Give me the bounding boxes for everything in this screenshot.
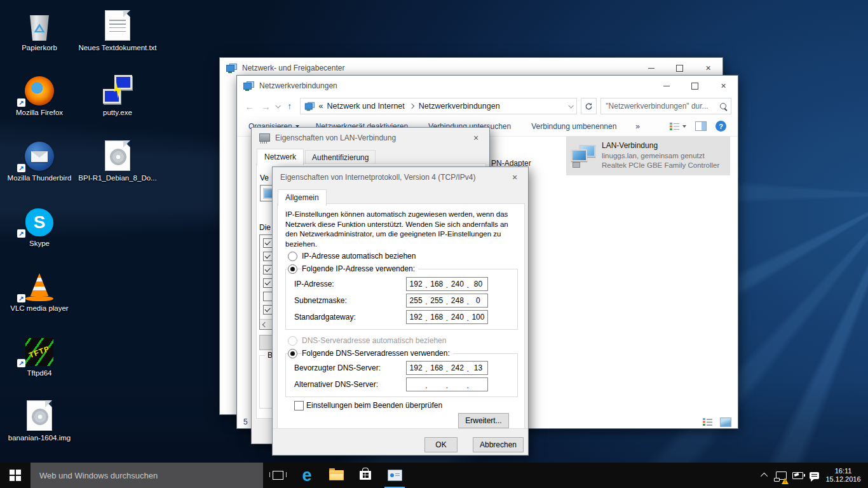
- scroll-left-icon: [262, 322, 268, 327]
- alternate-dns-input[interactable]: ...: [406, 377, 488, 391]
- network-connections-titlebar[interactable]: Netzwerkverbindungen ×: [237, 76, 738, 96]
- forward-icon[interactable]: →: [260, 101, 273, 112]
- close-button[interactable]: ×: [709, 76, 738, 96]
- radio-dns-manual[interactable]: [288, 349, 297, 358]
- shortcut-arrow-icon: ↗: [17, 359, 25, 367]
- address-bar[interactable]: « Netzwerk und Internet Netzwerkverbindu…: [300, 98, 577, 114]
- minimize-button[interactable]: [652, 76, 681, 96]
- desktop-icon-text-file[interactable]: Neues Textdokument.txt: [76, 6, 159, 52]
- task-view-button[interactable]: [263, 463, 292, 488]
- refresh-button[interactable]: [581, 98, 597, 114]
- desktop-icon-firefox[interactable]: ↗ Mozilla Firefox: [0, 71, 81, 117]
- dialog-ipv4-properties: Eigenschaften von Internetprotokoll, Ver…: [272, 166, 529, 456]
- protocol-checkbox[interactable]: [263, 252, 273, 261]
- desktop-icon-putty[interactable]: putty.exe: [76, 71, 159, 117]
- connection-adapter: Realtek PCIe GBE Family Controller: [602, 161, 719, 170]
- preview-pane-icon[interactable]: [695, 121, 707, 131]
- radio-ip-auto-label[interactable]: IP-Adresse automatisch beziehen: [302, 252, 416, 261]
- breadcrumb-prefix[interactable]: «: [319, 102, 323, 111]
- close-icon[interactable]: ×: [463, 128, 489, 147]
- putty-icon: [102, 75, 133, 105]
- ok-button[interactable]: OK: [424, 437, 458, 452]
- skype-icon: S: [25, 208, 53, 236]
- protocol-checkbox[interactable]: [263, 278, 273, 288]
- up-icon[interactable]: ↑: [283, 101, 296, 111]
- desktop-icon-bpi-image[interactable]: BPI-R1_Debian_8_Do...: [76, 137, 159, 182]
- address-location-icon: [304, 102, 314, 111]
- desktop-icon-tftpd64[interactable]: TFTP↗ Tftpd64: [0, 332, 81, 377]
- recycle-bin-icon: [29, 15, 50, 41]
- protocol-checkbox[interactable]: [263, 292, 273, 301]
- tray-network-button[interactable]: !: [773, 463, 789, 488]
- taskbar-explorer-button[interactable]: [322, 463, 351, 488]
- gateway-label: Standardgateway:: [294, 313, 356, 322]
- shortcut-arrow-icon: ↗: [17, 164, 25, 172]
- breadcrumb-separator-icon: [409, 104, 414, 109]
- command-rename[interactable]: Verbindung umbenennen: [531, 122, 616, 131]
- help-icon[interactable]: ?: [715, 121, 726, 132]
- lan-properties-titlebar[interactable]: Eigenschaften von LAN-Verbindung ×: [252, 128, 489, 147]
- history-chevron-icon[interactable]: [276, 103, 281, 108]
- maximize-button[interactable]: [681, 76, 709, 96]
- clock-time: 16:11: [822, 467, 864, 475]
- breadcrumb-item[interactable]: Netzwerkverbindungen: [419, 102, 500, 111]
- gateway-input[interactable]: 192.168.240.100: [406, 310, 488, 324]
- ip-address-input[interactable]: 192.168.240.80: [406, 277, 488, 291]
- lan-connection-item[interactable]: LAN-Verbindung linuggs.lan, gemeinsam ge…: [566, 136, 730, 175]
- validate-settings-label[interactable]: Einstellungen beim Beenden überprüfen: [306, 401, 442, 410]
- desktop-icon-recycle-bin[interactable]: Papierkorb: [0, 6, 81, 52]
- desktop-icon-thunderbird[interactable]: ↗ Mozilla Thunderbird: [0, 137, 81, 182]
- address-dropdown-icon[interactable]: [568, 103, 573, 108]
- desktop-icon-bananian-image[interactable]: bananian-1604.img: [0, 396, 81, 442]
- taskbar-search-box[interactable]: Web und Windows durchsuchen: [31, 463, 263, 488]
- protocol-checkbox[interactable]: [263, 265, 273, 274]
- taskbar-search-placeholder: Web und Windows durchsuchen: [39, 471, 158, 480]
- thunderbird-icon: [25, 142, 54, 171]
- thumbnail-view-toggle-icon[interactable]: [720, 417, 731, 427]
- radio-dns-auto-label: DNS-Serveradresse automatisch beziehen: [302, 336, 446, 345]
- taskbar-store-button[interactable]: [351, 463, 380, 488]
- subnet-mask-input[interactable]: 255.255.248.0: [406, 294, 488, 308]
- cancel-button[interactable]: Abbrechen: [473, 437, 524, 452]
- task-view-icon: [273, 471, 283, 480]
- taskbar-clock[interactable]: 16:11 15.12.2016: [822, 467, 864, 484]
- edge-icon: e: [302, 467, 311, 484]
- breadcrumb-item[interactable]: Netzwerk und Internet: [327, 102, 404, 111]
- tab-authentifizierung[interactable]: Authentifizierung: [305, 150, 376, 165]
- clock-date: 15.12.2016: [822, 475, 864, 484]
- action-center-icon: [810, 472, 819, 479]
- start-button[interactable]: [0, 463, 31, 488]
- preferred-dns-input[interactable]: 192.168.242.13: [406, 361, 488, 375]
- tray-action-center-button[interactable]: [806, 463, 822, 488]
- radio-ip-manual-label[interactable]: Folgende IP-Adresse verwenden:: [302, 264, 418, 273]
- tray-show-hidden-icons-button[interactable]: [757, 473, 773, 478]
- subnet-mask-label: Subnetzmaske:: [294, 296, 347, 305]
- validate-settings-checkbox[interactable]: [294, 401, 304, 410]
- back-icon[interactable]: ←: [243, 101, 256, 112]
- protocol-checkbox[interactable]: [263, 238, 273, 248]
- desktop-icon-skype[interactable]: S↗ Skype: [0, 202, 81, 248]
- dialog-title: Eigenschaften von LAN-Verbindung: [275, 133, 396, 142]
- tray-power-button[interactable]: [789, 463, 806, 488]
- protocol-checkbox[interactable]: [263, 305, 273, 315]
- taskbar-active-app-button[interactable]: [380, 463, 409, 488]
- tab-netzwerk[interactable]: Netzwerk: [257, 149, 304, 165]
- radio-ip-manual[interactable]: [288, 264, 297, 274]
- tab-allgemein[interactable]: Allgemein: [278, 189, 327, 206]
- details-view-toggle-icon[interactable]: [703, 418, 712, 426]
- search-icon[interactable]: [720, 103, 726, 109]
- control-panel-window-icon: [388, 470, 402, 481]
- change-view-button[interactable]: [670, 123, 686, 130]
- connect-using-label-partial: Ve: [260, 173, 269, 182]
- taskbar-edge-button[interactable]: e: [292, 463, 322, 488]
- command-overflow[interactable]: »: [635, 122, 640, 131]
- radio-dns-manual-label[interactable]: Folgende DNS-Serveradressen verwenden:: [302, 349, 453, 358]
- close-icon[interactable]: ×: [501, 167, 528, 187]
- desktop-icon-vlc[interactable]: ↗ VLC media player: [0, 267, 81, 313]
- item-count: 5: [243, 417, 248, 426]
- explorer-search-box[interactable]: "Netzwerkverbindungen" dur...: [600, 98, 731, 114]
- ipv4-titlebar[interactable]: Eigenschaften von Internetprotokoll, Ver…: [273, 167, 528, 187]
- radio-ip-auto[interactable]: [288, 252, 297, 261]
- vlc-icon: [24, 272, 55, 301]
- advanced-button[interactable]: Erweitert...: [458, 413, 509, 428]
